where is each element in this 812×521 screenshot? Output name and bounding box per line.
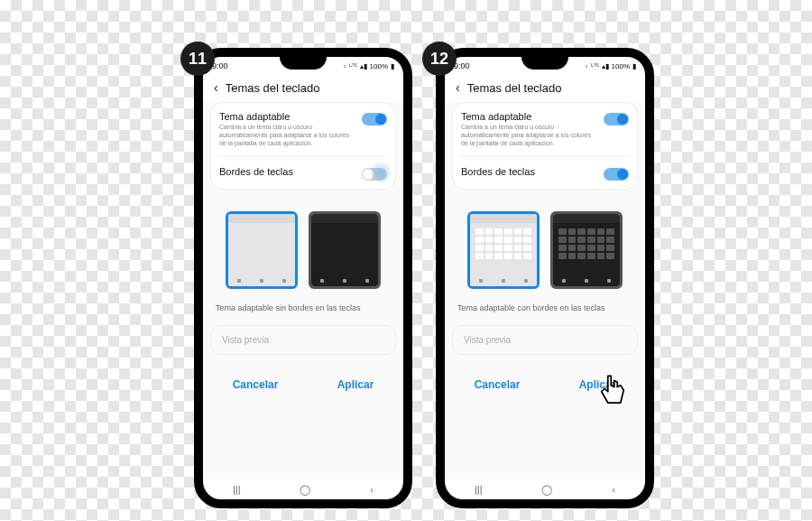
home-button[interactable]: ◯ bbox=[300, 484, 310, 496]
theme-preview-light[interactable] bbox=[467, 211, 540, 289]
phone-step-12: 9:00 ▫ ᴸᵀᴱ ▴▮ 100% ▮ ‹ Temas del teclado… bbox=[436, 48, 654, 508]
content-area: Tema adaptable Cambia a un tema claro u … bbox=[203, 102, 403, 479]
theme-preview-dark[interactable] bbox=[309, 211, 381, 289]
phone-notch bbox=[521, 57, 568, 70]
lte-icon: ᴸᵀᴱ bbox=[591, 62, 599, 70]
tema-adaptable-title: Tema adaptable bbox=[461, 111, 596, 122]
preview-description: Tema adaptable con bordes en las teclas bbox=[445, 300, 645, 325]
content-area: Tema adaptable Cambia a un tema claro u … bbox=[445, 102, 645, 479]
theme-previews bbox=[445, 197, 645, 300]
home-button[interactable]: ◯ bbox=[541, 484, 552, 496]
battery-text: 100% bbox=[370, 62, 388, 70]
row-bordes[interactable]: Bordes de teclas bbox=[452, 157, 638, 190]
battery-icon: ▮ bbox=[391, 62, 394, 70]
tema-adaptable-title: Tema adaptable bbox=[219, 111, 355, 122]
step-badge-11: 11 bbox=[180, 42, 215, 76]
tema-adaptable-toggle[interactable] bbox=[604, 113, 629, 126]
tema-adaptable-sub: Cambia a un tema claro u oscuro automáti… bbox=[219, 124, 355, 147]
android-nav-bar: ||| ◯ ‹ bbox=[445, 479, 645, 499]
preview-description: Tema adaptable sin bordes en las teclas bbox=[203, 300, 403, 325]
cancel-button[interactable]: Cancelar bbox=[475, 378, 521, 391]
theme-preview-dark[interactable] bbox=[550, 211, 623, 289]
back-nav-button[interactable]: ‹ bbox=[370, 484, 374, 495]
status-time: 9:00 bbox=[454, 61, 470, 70]
bordes-title: Bordes de teclas bbox=[461, 166, 596, 177]
battery-icon: ▮ bbox=[632, 62, 636, 70]
title-bar: ‹ Temas del teclado bbox=[203, 75, 403, 102]
tema-adaptable-sub: Cambia a un tema claro u oscuro automáti… bbox=[461, 124, 596, 147]
apply-button[interactable]: Aplicar bbox=[337, 378, 374, 391]
wifi-icon: ▴▮ bbox=[602, 62, 609, 70]
android-nav-bar: ||| ◯ ‹ bbox=[203, 479, 403, 499]
bordes-title: Bordes de teclas bbox=[219, 166, 355, 177]
back-button[interactable]: ‹ bbox=[214, 80, 218, 95]
theme-previews bbox=[203, 197, 403, 300]
preview-input[interactable]: Vista previa bbox=[210, 325, 396, 355]
status-icons: ▫ ᴸᵀᴱ ▴▮ 100% ▮ bbox=[344, 62, 394, 70]
battery-text: 100% bbox=[612, 62, 630, 70]
row-tema-adaptable[interactable]: Tema adaptable Cambia a un tema claro u … bbox=[452, 102, 638, 156]
cancel-button[interactable]: Cancelar bbox=[233, 378, 279, 391]
signal-icon: ▫ bbox=[344, 62, 346, 70]
page-title: Temas del teclado bbox=[467, 81, 562, 95]
page-title: Temas del teclado bbox=[226, 81, 320, 95]
step-badge-12: 12 bbox=[422, 42, 457, 76]
row-bordes[interactable]: Bordes de teclas bbox=[210, 157, 396, 190]
theme-preview-light[interactable] bbox=[226, 211, 298, 289]
recents-button[interactable]: ||| bbox=[475, 484, 483, 495]
back-button[interactable]: ‹ bbox=[456, 80, 460, 95]
signal-icon: ▫ bbox=[586, 62, 588, 70]
settings-card: Tema adaptable Cambia a un tema claro u … bbox=[210, 102, 396, 190]
tema-adaptable-toggle[interactable] bbox=[362, 113, 387, 126]
status-time: 9:00 bbox=[212, 61, 228, 70]
action-bar: Cancelar Aplicar bbox=[445, 355, 645, 398]
title-bar: ‹ Temas del teclado bbox=[445, 75, 645, 102]
status-icons: ▫ ᴸᵀᴱ ▴▮ 100% ▮ bbox=[586, 62, 636, 70]
tap-highlight-icon bbox=[369, 161, 392, 184]
wifi-icon: ▴▮ bbox=[360, 62, 367, 70]
row-tema-adaptable[interactable]: Tema adaptable Cambia a un tema claro u … bbox=[210, 102, 396, 156]
settings-card: Tema adaptable Cambia a un tema claro u … bbox=[452, 102, 638, 190]
phone-step-11: 9:00 ▫ ᴸᵀᴱ ▴▮ 100% ▮ ‹ Temas del teclado… bbox=[194, 48, 412, 508]
phone-notch bbox=[280, 57, 327, 70]
apply-button[interactable]: Aplicar bbox=[579, 378, 616, 391]
canvas: 11 12 9:00 ▫ ᴸᵀᴱ ▴▮ 100% ▮ ‹ Temas del t… bbox=[0, 0, 812, 521]
bordes-toggle[interactable] bbox=[604, 168, 629, 181]
recents-button[interactable]: ||| bbox=[233, 484, 241, 495]
back-nav-button[interactable]: ‹ bbox=[612, 484, 615, 495]
action-bar: Cancelar Aplicar bbox=[203, 355, 403, 398]
lte-icon: ᴸᵀᴱ bbox=[349, 62, 357, 70]
preview-input[interactable]: Vista previa bbox=[452, 325, 638, 355]
